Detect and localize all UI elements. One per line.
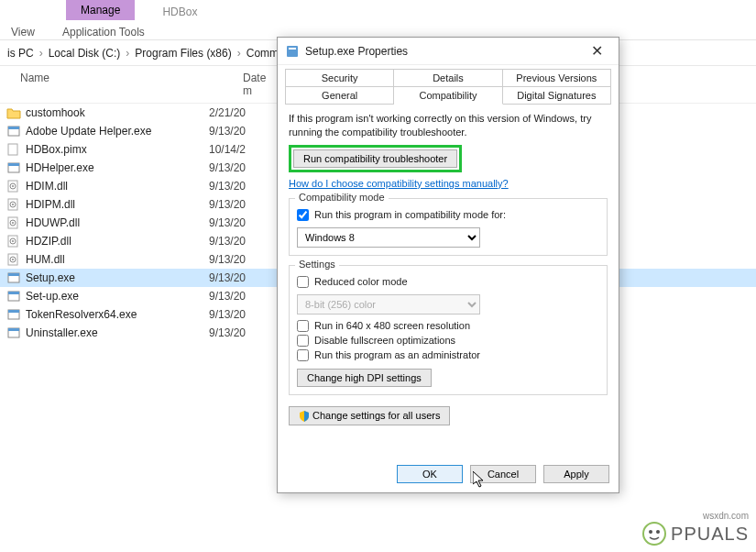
tab-security[interactable]: Security (285, 69, 394, 86)
intro-text: If this program isn't working correctly … (289, 112, 608, 139)
cancel-button[interactable]: Cancel (470, 465, 536, 483)
svg-rect-28 (287, 46, 298, 57)
file-icon (5, 270, 22, 285)
change-all-users-button[interactable]: Change settings for all users (289, 406, 450, 425)
col-name[interactable]: Name (0, 66, 206, 103)
tab-previous-versions[interactable]: Previous Versions (503, 69, 611, 86)
disable-fullscreen-checkbox[interactable] (297, 335, 309, 347)
run-compat-troubleshooter-button[interactable]: Run compatibility troubleshooter (293, 149, 457, 168)
svg-rect-29 (289, 48, 296, 50)
svg-rect-25 (8, 310, 19, 313)
window-title: HDBox (135, 0, 208, 20)
file-date: 2/21/20 (209, 106, 246, 119)
file-name: TokenResolverx64.exe (26, 308, 209, 321)
compat-mode-checkbox[interactable] (297, 209, 309, 221)
svg-point-31 (649, 530, 652, 534)
compat-help-link[interactable]: How do I choose compatibility settings m… (289, 178, 509, 189)
color-depth-select: 8-bit (256) color (297, 294, 480, 315)
highlight-annotation: Run compatibility troubleshooter (289, 145, 462, 172)
tab-general[interactable]: General (285, 86, 394, 104)
col-date[interactable]: Date m (206, 66, 279, 103)
svg-rect-27 (8, 328, 19, 331)
file-date: 9/13/20 (209, 253, 246, 266)
file-icon (5, 252, 22, 267)
svg-point-30 (643, 523, 665, 545)
file-date: 9/13/20 (209, 180, 246, 193)
compat-mode-legend: Compatibility mode (295, 192, 389, 203)
run-640-label: Run in 640 x 480 screen resolution (314, 320, 470, 331)
file-date: 9/13/20 (209, 125, 246, 138)
file-date: 9/13/20 (209, 235, 246, 248)
svg-rect-4 (8, 163, 19, 166)
file-date: 10/14/2 (209, 143, 246, 156)
run-admin-checkbox[interactable] (297, 349, 309, 361)
file-name: customhook (26, 106, 209, 119)
dialog-body: If this program isn't working correctly … (278, 105, 619, 433)
crumb-0[interactable]: is PC (7, 47, 34, 60)
file-name: HDZIP.dll (26, 235, 209, 248)
file-icon (5, 179, 22, 193)
file-icon (5, 326, 22, 340)
compat-mode-group: Compatibility mode Run this program in c… (289, 198, 608, 256)
crumb-2[interactable]: Program Files (x86) (135, 47, 231, 60)
compat-mode-select[interactable]: Windows 8 (297, 227, 480, 248)
settings-legend: Settings (295, 259, 339, 270)
file-date: 9/13/20 (209, 290, 246, 303)
svg-point-10 (12, 204, 14, 205)
run-640-checkbox[interactable] (297, 320, 309, 332)
file-date: 9/13/20 (209, 326, 246, 339)
apply-button[interactable]: Apply (543, 465, 609, 483)
file-icon (5, 307, 22, 322)
file-name: Adobe Update Helper.exe (26, 125, 209, 138)
svg-point-13 (12, 222, 14, 224)
file-date: 9/13/20 (209, 198, 246, 211)
reduced-color-label: Reduced color mode (314, 276, 408, 287)
ribbon-tab-view[interactable]: View (0, 20, 51, 40)
app-icon (285, 44, 300, 59)
watermark-logo-icon (641, 521, 667, 546)
file-date: 9/13/20 (209, 216, 246, 229)
svg-point-16 (12, 240, 14, 242)
ribbon-tab-manage[interactable]: Manage (66, 0, 135, 20)
crumb-1[interactable]: Local Disk (C:) (49, 47, 121, 60)
svg-rect-23 (8, 292, 19, 294)
file-icon (5, 160, 22, 175)
dialog-footer: OK Cancel Apply (397, 465, 609, 483)
file-name: HDUWP.dll (26, 216, 209, 229)
file-date: 9/13/20 (209, 161, 246, 174)
tab-details[interactable]: Details (394, 69, 502, 86)
dialog-titlebar[interactable]: Setup.exe Properties ✕ (278, 38, 619, 65)
file-name: Set-up.exe (26, 290, 209, 303)
svg-point-32 (656, 530, 660, 534)
run-admin-label: Run this program as an administrator (314, 349, 480, 360)
watermark-url: wsxdn.com (703, 511, 749, 521)
chevron-right-icon: › (126, 47, 129, 60)
reduced-color-checkbox[interactable] (297, 276, 309, 288)
file-name: HDIPM.dll (26, 198, 209, 211)
file-icon (5, 234, 22, 248)
ribbon-tab-app-tools[interactable]: Application Tools (51, 20, 156, 40)
svg-point-7 (12, 185, 14, 187)
properties-dialog: Setup.exe Properties ✕ Security Details … (277, 37, 619, 493)
tab-digital-signatures[interactable]: Digital Signatures (503, 86, 611, 104)
file-date: 9/13/20 (209, 271, 246, 284)
dialog-title: Setup.exe Properties (305, 45, 582, 58)
file-icon (5, 197, 22, 212)
disable-fullscreen-label: Disable fullscreen optimizations (314, 335, 455, 346)
watermark: PPUALS (641, 521, 749, 546)
file-name: HUM.dll (26, 253, 209, 266)
close-button[interactable]: ✕ (582, 42, 611, 60)
tab-compatibility[interactable]: Compatibility (394, 86, 502, 105)
shield-icon (299, 411, 310, 422)
svg-rect-2 (8, 144, 17, 155)
watermark-text: PPUALS (671, 524, 749, 545)
svg-rect-1 (8, 127, 19, 129)
file-icon (5, 105, 22, 120)
chevron-right-icon: › (237, 47, 241, 60)
ok-button[interactable]: OK (397, 465, 463, 483)
file-name: HDIM.dll (26, 180, 209, 193)
chevron-right-icon: › (39, 47, 43, 60)
change-dpi-button[interactable]: Change high DPI settings (297, 369, 432, 387)
file-date: 9/13/20 (209, 308, 246, 321)
file-name: HDHelper.exe (26, 161, 209, 174)
